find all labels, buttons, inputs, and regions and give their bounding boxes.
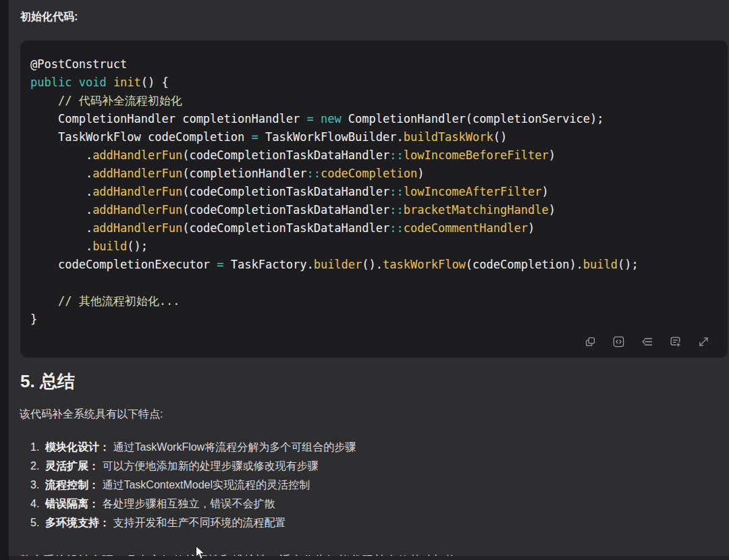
expand-icon[interactable] xyxy=(697,335,710,348)
code-line: @PostConstruct xyxy=(30,55,728,74)
code-lines: @PostConstructpublic void init() { // 代码… xyxy=(30,55,728,329)
feature-item: 5.多环境支持： 支持开发和生产不同环境的流程配置 xyxy=(9,513,729,532)
code-line: // 其他流程初始化... xyxy=(30,292,728,310)
wrap-lines-icon[interactable] xyxy=(641,335,653,348)
feature-list: 1.模块化设计： 通过TaskWorkFlow将流程分解为多个可组合的步骤2.灵… xyxy=(9,438,729,532)
code-line: } xyxy=(30,310,728,329)
copy-icon[interactable] xyxy=(584,335,597,348)
bottom-edge-band xyxy=(9,556,729,560)
code-line: TaskWorkFlow codeCompletion = TaskWorkFl… xyxy=(30,128,728,146)
code-line: .build(); xyxy=(30,237,728,256)
code-intro-label: 初始化代码: xyxy=(20,10,729,24)
message-content: 初始化代码: @PostConstructpublic void init() … xyxy=(9,0,729,560)
code-line: .addHandlerFun(codeCompletionTaskDataHan… xyxy=(30,201,728,219)
code-line: // 代码补全流程初始化 xyxy=(30,92,728,110)
embed-code-icon[interactable] xyxy=(612,335,625,348)
feature-item: 2.灵活扩展： 可以方便地添加新的处理步骤或修改现有步骤 xyxy=(9,457,729,476)
chat-message-panel: 初始化代码: @PostConstructpublic void init() … xyxy=(0,0,729,560)
add-note-icon[interactable] xyxy=(669,335,682,348)
code-line: .addHandlerFun(codeCompletionTaskDataHan… xyxy=(30,183,728,201)
code-line: public void init() { xyxy=(30,74,728,92)
summary-intro: 该代码补全系统具有以下特点: xyxy=(20,408,729,422)
summary-heading: 5. 总结 xyxy=(20,370,729,393)
feature-item: 4.错误隔离： 各处理步骤相互独立，错误不会扩散 xyxy=(9,495,729,513)
code-line: codeCompletionExecutor = TaskFactory.bui… xyxy=(30,256,728,274)
feature-item: 1.模块化设计： 通过TaskWorkFlow将流程分解为多个可组合的步骤 xyxy=(9,438,729,457)
mouse-cursor-icon xyxy=(195,546,205,560)
code-block: @PostConstructpublic void init() { // 代码… xyxy=(20,40,728,358)
code-toolbar xyxy=(30,331,728,349)
code-line xyxy=(30,274,728,292)
feature-item: 3.流程控制： 通过TaskContextModel实现流程的灵活控制 xyxy=(9,476,729,495)
code-line: .addHandlerFun(codeCompletionTaskDataHan… xyxy=(30,146,728,165)
code-line: .addHandlerFun(codeCompletionTaskDataHan… xyxy=(30,219,728,237)
code-line: CompletionHandler completionHandler = ne… xyxy=(30,110,728,128)
code-line: .addHandlerFun(completionHandler::codeCo… xyxy=(30,165,728,183)
left-edge-strip xyxy=(0,0,9,560)
